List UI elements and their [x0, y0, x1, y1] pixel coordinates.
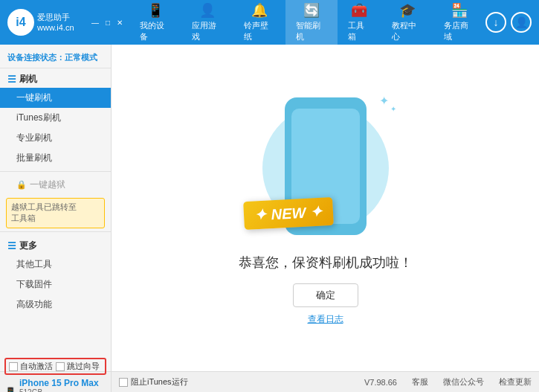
no-itunes-checkbox[interactable]: [119, 378, 128, 387]
bottom-right-section: 阻止iTunes运行 V7.98.66 客服 微信公众号 检查更新: [112, 376, 539, 388]
sidebar-section-more: ☰ 更多: [0, 235, 111, 254]
other-tools-label: 其他工具: [16, 259, 52, 269]
nav-my-device-label: 我的设备: [140, 20, 171, 42]
sparkle-icon: ✦: [379, 94, 389, 108]
content-area: ✦ ✦ ✦ NEW ✦ 恭喜您，保资料刷机成功啦！ 确定 查看日志: [112, 45, 539, 371]
tutorial-icon: 🎓: [399, 2, 416, 19]
sidebar-item-one-click[interactable]: 一键刷机: [0, 88, 111, 108]
guide-activate-checkbox[interactable]: [56, 362, 65, 371]
flash-section-icon: ☰: [7, 74, 16, 85]
jailbreak-label: 一键越狱: [30, 179, 65, 191]
status-value: 正常模式: [65, 53, 97, 62]
confirm-button[interactable]: 确定: [293, 283, 358, 307]
header-right: ↓ 👤: [485, 12, 532, 33]
nav-ringtone[interactable]: 🔔 铃声壁纸: [233, 0, 285, 47]
sidebar: 设备连接状态：正常模式 ☰ 刷机 一键刷机 iTunes刷机 专业刷机 批量刷机…: [0, 45, 112, 371]
notice-box: 越狱工具已跳转至工具箱: [6, 198, 105, 228]
nav-tutorial[interactable]: 🎓 教程中心: [381, 0, 433, 47]
divider-2: [0, 231, 111, 232]
phone-illustration: ✦ ✦ ✦ NEW ✦: [244, 90, 407, 246]
minimize-button[interactable]: —: [89, 19, 101, 27]
flash-section-label: 刷机: [19, 73, 37, 86]
my-device-icon: 📱: [147, 2, 164, 19]
device-storage: 512GB: [19, 388, 99, 392]
advanced-label: 高级功能: [16, 299, 52, 309]
divider-1: [0, 171, 111, 172]
sidebar-item-batch-flash[interactable]: 批量刷机: [0, 148, 111, 168]
more-section-label: 更多: [19, 240, 37, 252]
apps-games-icon: 👤: [199, 2, 216, 19]
smart-flash-icon: 🔄: [303, 2, 320, 19]
guide-activate-option[interactable]: 跳过向导: [56, 361, 100, 372]
customer-service-link[interactable]: 客服: [412, 376, 428, 388]
sidebar-item-itunes[interactable]: iTunes刷机: [0, 108, 111, 128]
device-info: iPhone 15 Pro Max 512GB iPhone: [19, 378, 99, 392]
auto-activate-label: 自动激活: [20, 361, 53, 372]
logo-sub: www.i4.cn: [37, 22, 74, 33]
status-label: 设备连接状态：: [7, 53, 65, 62]
logo-icon: i4: [7, 9, 34, 36]
sidebar-item-advanced[interactable]: 高级功能: [0, 295, 111, 315]
nav-toolbox-label: 工具箱: [348, 20, 371, 42]
nav-smart-flash-label: 智能刷机: [296, 20, 327, 42]
lock-icon: 🔒: [16, 180, 27, 190]
sidebar-item-download-fw[interactable]: 下载固件: [0, 274, 111, 295]
bottom-bar: 自动激活 跳过向导 📱 iPhone 15 Pro Max 512GB iPho…: [0, 371, 539, 392]
download-button[interactable]: ↓: [485, 12, 506, 33]
download-fw-label: 下载固件: [16, 279, 52, 289]
window-controls: — □ ✕: [89, 19, 125, 27]
logo-char: i4: [16, 16, 25, 29]
no-itunes-label: 阻止iTunes运行: [131, 376, 188, 388]
nav-my-device[interactable]: 📱 我的设备: [129, 0, 181, 47]
log-link[interactable]: 查看日志: [308, 313, 343, 326]
user-button[interactable]: 👤: [511, 12, 532, 33]
notice-text: 越狱工具已跳转至工具箱: [11, 202, 77, 222]
success-text: 恭喜您，保资料刷机成功啦！: [239, 254, 413, 271]
auto-activate-option[interactable]: 自动激活: [9, 361, 53, 372]
logo-text: 爱思助手 www.i4.cn: [37, 12, 74, 33]
sidebar-section-flash: ☰ 刷机: [0, 68, 111, 88]
one-click-label: 一键刷机: [16, 92, 52, 103]
nav-apps-games-label: 应用游戏: [192, 20, 223, 42]
auto-activate-checkbox[interactable]: [9, 362, 18, 371]
sidebar-status: 设备连接状态：正常模式: [0, 48, 111, 68]
device-name: iPhone 15 Pro Max: [19, 378, 99, 388]
device-row: 📱 iPhone 15 Pro Max 512GB iPhone: [4, 378, 106, 392]
batch-flash-label: 批量刷机: [16, 152, 52, 163]
no-itunes-option[interactable]: 阻止iTunes运行: [119, 376, 188, 388]
nav-apps-games[interactable]: 👤 应用游戏: [181, 0, 233, 47]
nav-smart-flash[interactable]: 🔄 智能刷机: [285, 0, 338, 47]
more-section-icon: ☰: [7, 240, 16, 251]
nav-toolbox[interactable]: 🧰 工具箱: [338, 0, 381, 47]
bottom-left-section: 自动激活 跳过向导 📱 iPhone 15 Pro Max 512GB iPho…: [0, 372, 112, 392]
new-badge: ✦ NEW ✦: [243, 197, 334, 230]
maximize-button[interactable]: □: [103, 19, 112, 27]
main-layout: 设备连接状态：正常模式 ☰ 刷机 一键刷机 iTunes刷机 专业刷机 批量刷机…: [0, 45, 539, 371]
service-icon: 🏪: [451, 2, 468, 19]
toolbox-icon: 🧰: [351, 2, 367, 19]
ringtone-icon: 🔔: [251, 2, 268, 19]
sidebar-item-pro-flash[interactable]: 专业刷机: [0, 128, 111, 148]
version-text: V7.98.66: [364, 378, 397, 387]
header: i4 爱思助手 www.i4.cn — □ ✕ 📱 我的设备 👤 应用游戏 🔔 …: [0, 0, 539, 45]
sidebar-item-jailbreak: 🔒 一键越狱: [0, 175, 111, 195]
device-phone-icon: 📱: [4, 387, 16, 393]
close-button[interactable]: ✕: [114, 19, 125, 27]
nav-ringtone-label: 铃声壁纸: [244, 20, 275, 42]
logo-name: 爱思助手: [37, 12, 74, 22]
sparkle-small-icon: ✦: [390, 105, 396, 113]
guide-activate-label: 跳过向导: [67, 361, 100, 372]
pro-flash-label: 专业刷机: [16, 132, 52, 143]
nav-bar: 📱 我的设备 👤 应用游戏 🔔 铃声壁纸 🔄 智能刷机 🧰 工具箱 🎓 教程中心…: [129, 0, 485, 47]
activate-options-box: 自动激活 跳过向导: [4, 358, 106, 375]
logo-area: i4 爱思助手 www.i4.cn: [7, 9, 89, 36]
itunes-label: iTunes刷机: [16, 112, 61, 123]
sidebar-item-other-tools[interactable]: 其他工具: [0, 254, 111, 274]
wechat-link[interactable]: 微信公众号: [443, 376, 484, 388]
nav-service[interactable]: 🏪 务店商域: [433, 0, 485, 47]
nav-service-label: 务店商域: [444, 20, 475, 42]
check-update-link[interactable]: 检查更新: [499, 376, 532, 388]
nav-tutorial-label: 教程中心: [392, 20, 423, 42]
